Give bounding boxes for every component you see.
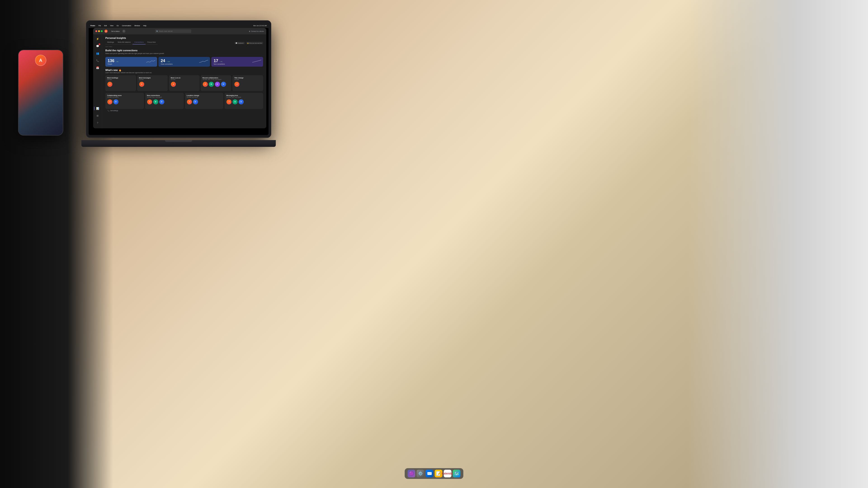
close-button[interactable] [95,30,97,32]
card-title-2: Most 1-on-1s [170,77,198,78]
card-title-change[interactable]: Title change Jennifer J [232,75,263,91]
dock-maps[interactable]: 🗺️ [453,470,460,477]
sparkline-people [146,59,155,64]
privacy-button[interactable]: 🔒 Only you can see this [246,42,263,44]
dock-calendar[interactable]: Calendar [444,470,452,477]
menubar-window[interactable]: Window [134,25,140,26]
sidebar-icon-apps[interactable]: ⊞ [94,112,101,119]
card-most-meetings[interactable]: Most meetings Jennifer J [105,75,136,91]
stat-card-people[interactable]: 136 ↑ 8% People [105,57,157,67]
mac-dock: 🟣 ⚙️ ✉️ 📝 Calendar 🗺️ [405,468,463,479]
stat-card-new[interactable]: 17 ↑ 4% New connections [211,57,263,67]
feedback-label: Feedback [238,42,243,44]
avatar-d-8: D [239,99,244,105]
teams-dock-icon: 🟣 [409,471,414,476]
card-most-1on1s[interactable]: Most 1-on-1s Jennifer J [169,75,199,91]
menubar-go[interactable]: Go [117,25,119,26]
card-avatars-8: J B D [226,99,261,105]
call-settings-button[interactable]: 📞 Call settings [107,110,118,111]
sidebar-icon-chat[interactable]: 💬 [94,43,101,49]
feedback-icon: 💬 [236,42,237,44]
fire-icon: 🔥 [119,69,121,71]
avatar-j-4: J [234,82,240,87]
whats-new-label: What's new [105,69,118,71]
avatar-jennifer-2: J [170,82,176,87]
menubar-datetime: Mon Jun 22 9:41 AM [253,25,267,26]
maximize-button[interactable] [101,30,103,32]
tab-focus[interactable]: Focus time [146,40,158,44]
card-new-connections[interactable]: New connections Jennifer, Ben, and David… [145,93,184,109]
feedback-button[interactable]: 💬 Feedback [235,42,245,44]
call-settings-label: Call settings [110,110,118,111]
chat-badge [98,43,100,45]
menubar-view[interactable]: View [110,25,114,26]
sidebar-icon-calendar[interactable]: 📅 [94,65,101,71]
avatar-d-3: D [221,82,226,87]
card-subtitle-8: Jennifer, Ben, and David [226,96,261,98]
avatar-b-3: B [209,82,214,87]
card-subtitle-1: Jennifer [139,79,166,80]
menubar-left: Finder File Edit View Go Conversation Wi… [90,25,147,26]
left-device: A [18,50,63,135]
avatar-d-7: D [193,99,198,105]
app-body: ⚡ 💬 👥 📞 📅 📊 ⊞ ? [93,34,266,128]
card-avatars-0: J [107,82,134,87]
whats-new-desc: Learn more about your network and discov… [105,72,263,73]
card-subtitle-3: Jennifer, Ben, Emily, and David [203,79,230,80]
stat-number-new: 17 [214,59,218,63]
sidebar: ⚡ 💬 👥 📞 📅 📊 ⊞ ? [93,34,102,128]
tab-worklife[interactable]: Work-life balance [116,40,132,44]
last-updated: Last 7 days [105,46,263,47]
tab-connections[interactable]: Connections [132,40,146,44]
card-subtitle-0: Jennifer [107,79,134,80]
card-avatars-3: J B E D [203,82,230,87]
card-subtitle-7: Jennifer and David [187,96,222,98]
card-subtitle-4: Jennifer [234,79,261,80]
monitor-icon: 🖥 [249,31,250,32]
minimize-button[interactable] [98,30,100,32]
sidebar-icon-insights[interactable]: 📊 [94,105,101,111]
dock-settings[interactable]: ⚙️ [416,470,424,477]
menubar-edit[interactable]: Edit [104,25,107,26]
search-bar[interactable]: 🔍 Search, meet, and call [155,29,191,33]
stat-change-new: ↑ 4% [219,61,222,62]
card-avatars-1: J [139,82,166,87]
card-avatars-5: J D [107,99,142,105]
sidebar-icon-calls[interactable]: 📞 [94,57,101,64]
add-tab-button[interactable]: + [122,30,125,33]
card-collab-more[interactable]: Collaborating more Jennifer and David J … [105,93,144,109]
menubar-finder[interactable]: Finder [90,25,95,26]
card-messaging-less[interactable]: Messaging less Jennifer, Ben, and David … [224,93,263,109]
user-avatar[interactable]: A [104,30,107,33]
lock-icon: 🔒 [247,42,249,44]
status-button[interactable]: Set a status [111,31,120,32]
sparkline-new [252,59,261,64]
card-recent-collaborators[interactable]: Recent collaborators Jennifer, Ben, Emil… [201,75,231,91]
card-title-4: Title change [234,77,261,78]
card-location-change[interactable]: Location change Jennifer and David J D [185,93,223,109]
device-avatar: A [35,55,46,66]
teams-window: A Set a status + 🔍 Search, meet, and cal… [93,28,266,128]
dock-teams[interactable]: 🟣 [408,470,415,477]
stat-card-close[interactable]: 24 ↑ 10% Close connections [158,57,210,67]
settings-dock-icon: ⚙️ [418,471,423,476]
privacy-label: Only you can see this [249,42,262,44]
card-subtitle-2: Jennifer [170,79,198,80]
dock-mail[interactable]: ✉️ [426,470,433,477]
avatar-b-8: B [232,99,238,105]
dock-notes[interactable]: 📝 [435,470,442,477]
menubar-file[interactable]: File [98,25,101,26]
sidebar-icon-activity[interactable]: ⚡ [94,36,101,42]
sidebar-icon-teams[interactable]: 👥 [94,50,101,57]
insights-tabs: Meetings Work-life balance Connections F… [105,40,158,44]
traffic-lights [95,30,103,32]
avatar-j-6: J [147,99,152,105]
tab-meetings[interactable]: Meetings [105,40,116,44]
menubar-conversation[interactable]: Conversation [122,25,131,26]
menubar-help[interactable]: Help [143,25,146,26]
connect-device-button[interactable]: 🖥 Connect to a device [249,31,264,32]
sidebar-icon-help[interactable]: ? [94,120,101,126]
avatar-jennifer-0: J [107,82,113,87]
card-most-messages[interactable]: Most messages Jennifer J [137,75,168,91]
cards-grid-row1: Most meetings Jennifer J Most messages J… [105,75,263,91]
